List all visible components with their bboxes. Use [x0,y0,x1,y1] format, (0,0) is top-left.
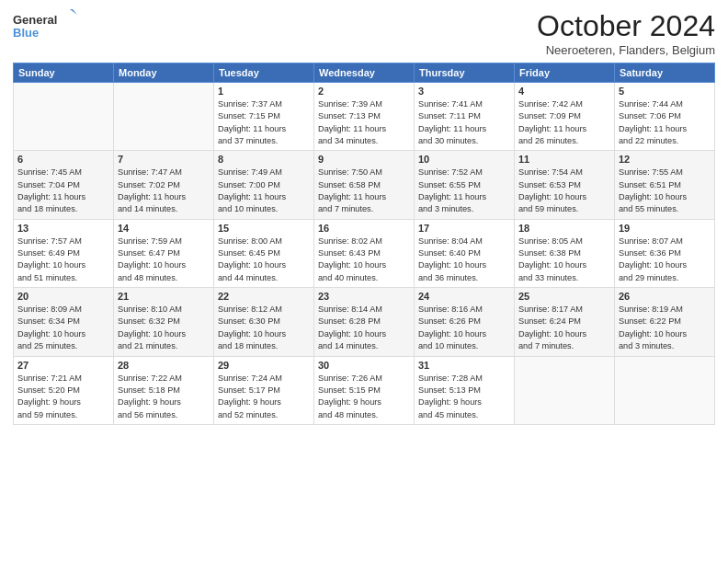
day-number: 8 [218,154,310,165]
day-info: Sunrise: 8:16 AMSunset: 6:26 PMDaylight:… [418,304,510,352]
week-row-5: 27Sunrise: 7:21 AMSunset: 5:20 PMDayligh… [14,356,715,424]
calendar-cell: 14Sunrise: 7:59 AMSunset: 6:47 PMDayligh… [114,219,214,287]
calendar-cell: 6Sunrise: 7:45 AMSunset: 7:04 PMDaylight… [14,151,114,219]
day-info: Sunrise: 7:49 AMSunset: 7:00 PMDaylight:… [218,167,310,215]
day-number: 9 [318,154,410,165]
day-header-saturday: Saturday [615,63,715,83]
day-info: Sunrise: 7:44 AMSunset: 7:06 PMDaylight:… [619,98,711,147]
location-subtitle: Neeroeteren, Flanders, Belgium [537,43,715,57]
calendar-cell: 2Sunrise: 7:39 AMSunset: 7:13 PMDaylight… [314,83,415,151]
day-number: 28 [118,360,210,371]
day-number: 6 [17,154,109,165]
month-title: October 2024 [537,9,715,43]
day-number: 14 [118,223,210,234]
header-row: SundayMondayTuesdayWednesdayThursdayFrid… [14,63,715,83]
day-number: 21 [118,291,210,302]
day-info: Sunrise: 8:09 AMSunset: 6:34 PMDaylight:… [17,304,109,352]
day-info: Sunrise: 7:57 AMSunset: 6:49 PMDaylight:… [17,236,109,284]
calendar-cell: 15Sunrise: 8:00 AMSunset: 6:45 PMDayligh… [214,219,314,287]
day-number: 23 [318,291,410,302]
week-row-3: 13Sunrise: 7:57 AMSunset: 6:49 PMDayligh… [14,219,715,287]
day-info: Sunrise: 7:47 AMSunset: 7:02 PMDaylight:… [118,167,210,215]
day-info: Sunrise: 7:39 AMSunset: 7:13 PMDaylight:… [318,98,410,147]
calendar-cell: 13Sunrise: 7:57 AMSunset: 6:49 PMDayligh… [14,219,114,287]
day-number: 5 [619,86,711,97]
day-number: 11 [518,154,610,165]
day-number: 20 [17,291,109,302]
day-info: Sunrise: 7:41 AMSunset: 7:11 PMDaylight:… [418,98,510,147]
day-number: 13 [17,223,109,234]
logo: General Blue [13,9,77,42]
day-info: Sunrise: 8:04 AMSunset: 6:40 PMDaylight:… [418,236,510,284]
calendar-cell: 20Sunrise: 8:09 AMSunset: 6:34 PMDayligh… [14,288,114,356]
day-info: Sunrise: 8:02 AMSunset: 6:43 PMDaylight:… [318,236,410,284]
day-info: Sunrise: 8:17 AMSunset: 6:24 PMDaylight:… [518,304,610,352]
day-header-monday: Monday [114,63,214,83]
calendar-cell: 4Sunrise: 7:42 AMSunset: 7:09 PMDaylight… [515,83,615,151]
calendar-cell: 7Sunrise: 7:47 AMSunset: 7:02 PMDaylight… [114,151,214,219]
calendar-cell: 26Sunrise: 8:19 AMSunset: 6:22 PMDayligh… [615,288,715,356]
day-info: Sunrise: 7:45 AMSunset: 7:04 PMDaylight:… [17,167,109,215]
day-info: Sunrise: 7:21 AMSunset: 5:20 PMDaylight:… [17,373,109,421]
calendar-cell: 22Sunrise: 8:12 AMSunset: 6:30 PMDayligh… [214,288,314,356]
calendar-cell: 31Sunrise: 7:28 AMSunset: 5:13 PMDayligh… [415,356,515,424]
title-section: October 2024 Neeroeteren, Flanders, Belg… [537,9,715,57]
calendar-cell: 28Sunrise: 7:22 AMSunset: 5:18 PMDayligh… [114,356,214,424]
calendar-cell: 30Sunrise: 7:26 AMSunset: 5:15 PMDayligh… [314,356,415,424]
calendar-table: SundayMondayTuesdayWednesdayThursdayFrid… [13,63,715,425]
day-info: Sunrise: 8:00 AMSunset: 6:45 PMDaylight:… [218,236,310,284]
week-row-1: 1Sunrise: 7:37 AMSunset: 7:15 PMDaylight… [14,83,715,151]
day-number: 7 [118,154,210,165]
day-number: 27 [17,360,109,371]
day-info: Sunrise: 7:26 AMSunset: 5:15 PMDaylight:… [318,373,410,421]
calendar-cell: 5Sunrise: 7:44 AMSunset: 7:06 PMDaylight… [615,83,715,151]
day-number: 19 [619,223,711,234]
calendar-cell: 8Sunrise: 7:49 AMSunset: 7:00 PMDaylight… [214,151,314,219]
svg-text:Blue: Blue [13,26,39,40]
day-number: 12 [619,154,711,165]
day-info: Sunrise: 8:14 AMSunset: 6:28 PMDaylight:… [318,304,410,352]
day-info: Sunrise: 7:42 AMSunset: 7:09 PMDaylight:… [518,98,610,147]
day-info: Sunrise: 7:52 AMSunset: 6:55 PMDaylight:… [418,167,510,215]
day-number: 25 [518,291,610,302]
calendar-cell: 29Sunrise: 7:24 AMSunset: 5:17 PMDayligh… [214,356,314,424]
day-number: 1 [218,86,310,97]
day-info: Sunrise: 8:05 AMSunset: 6:38 PMDaylight:… [518,236,610,284]
day-info: Sunrise: 7:24 AMSunset: 5:17 PMDaylight:… [218,373,310,421]
calendar-cell [114,83,214,151]
calendar-cell: 9Sunrise: 7:50 AMSunset: 6:58 PMDaylight… [314,151,415,219]
day-number: 15 [218,223,310,234]
calendar-cell: 17Sunrise: 8:04 AMSunset: 6:40 PMDayligh… [415,219,515,287]
calendar-cell: 24Sunrise: 8:16 AMSunset: 6:26 PMDayligh… [415,288,515,356]
calendar-cell: 10Sunrise: 7:52 AMSunset: 6:55 PMDayligh… [415,151,515,219]
calendar-cell: 21Sunrise: 8:10 AMSunset: 6:32 PMDayligh… [114,288,214,356]
calendar-cell: 16Sunrise: 8:02 AMSunset: 6:43 PMDayligh… [314,219,415,287]
calendar-cell: 19Sunrise: 8:07 AMSunset: 6:36 PMDayligh… [615,219,715,287]
day-number: 16 [318,223,410,234]
week-row-4: 20Sunrise: 8:09 AMSunset: 6:34 PMDayligh… [14,288,715,356]
day-number: 2 [318,86,410,97]
day-number: 26 [619,291,711,302]
day-number: 31 [418,360,510,371]
day-number: 4 [518,86,610,97]
calendar-page: General Blue October 2024 Neeroeteren, F… [0,0,728,563]
day-info: Sunrise: 7:28 AMSunset: 5:13 PMDaylight:… [418,373,510,421]
day-info: Sunrise: 8:12 AMSunset: 6:30 PMDaylight:… [218,304,310,352]
svg-marker-2 [70,9,77,15]
day-number: 30 [318,360,410,371]
day-info: Sunrise: 7:55 AMSunset: 6:51 PMDaylight:… [619,167,711,215]
calendar-cell: 25Sunrise: 8:17 AMSunset: 6:24 PMDayligh… [515,288,615,356]
day-info: Sunrise: 7:37 AMSunset: 7:15 PMDaylight:… [218,98,310,147]
week-row-2: 6Sunrise: 7:45 AMSunset: 7:04 PMDaylight… [14,151,715,219]
day-number: 18 [518,223,610,234]
day-info: Sunrise: 7:50 AMSunset: 6:58 PMDaylight:… [318,167,410,215]
day-header-wednesday: Wednesday [314,63,415,83]
calendar-cell: 1Sunrise: 7:37 AMSunset: 7:15 PMDaylight… [214,83,314,151]
day-number: 3 [418,86,510,97]
logo-svg: General Blue [13,9,77,42]
day-info: Sunrise: 8:19 AMSunset: 6:22 PMDaylight:… [619,304,711,352]
day-number: 24 [418,291,510,302]
day-number: 22 [218,291,310,302]
day-info: Sunrise: 7:54 AMSunset: 6:53 PMDaylight:… [518,167,610,215]
day-header-sunday: Sunday [14,63,114,83]
